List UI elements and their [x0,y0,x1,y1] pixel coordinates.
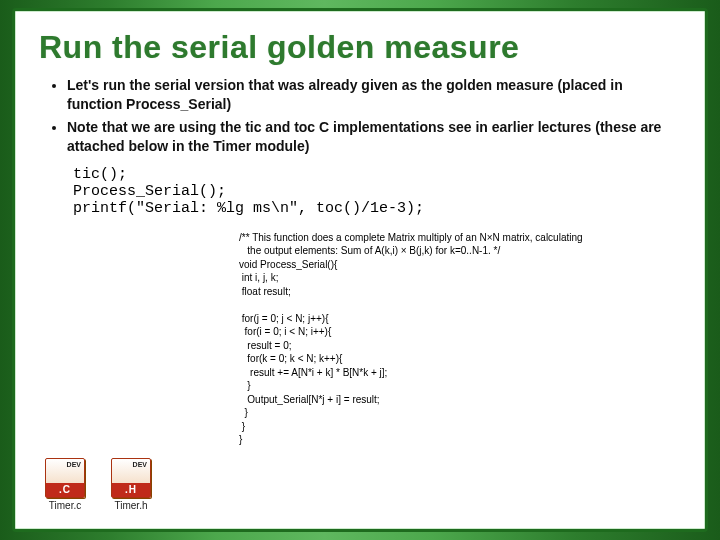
file-label: Timer.c [49,500,81,511]
slide-title: Run the serial golden measure [39,29,681,66]
h-file-icon: DEV .H [111,458,151,498]
file-icons-row: DEV .C Timer.c DEV .H Timer.h [41,458,155,511]
file-item-timer-c[interactable]: DEV .C Timer.c [41,458,89,511]
file-icon-ext: .C [46,483,84,497]
bullet-item: Note that we are using the tic and toc C… [67,118,681,156]
file-icon-brand: DEV [46,459,84,468]
slide-content: Run the serial golden measure Let's run … [15,11,705,529]
slide-frame: Run the serial golden measure Let's run … [12,8,708,532]
file-icon-brand: DEV [112,459,150,468]
bullet-item: Let's run the serial version that was al… [67,76,681,114]
file-item-timer-h[interactable]: DEV .H Timer.h [107,458,155,511]
code-snippet-function: /** This function does a complete Matrix… [239,231,681,447]
file-icon-ext: .H [112,483,150,497]
code-snippet-main: tic(); Process_Serial(); printf("Serial:… [55,166,681,217]
file-label: Timer.h [115,500,148,511]
bullet-list: Let's run the serial version that was al… [49,76,681,156]
c-file-icon: DEV .C [45,458,85,498]
